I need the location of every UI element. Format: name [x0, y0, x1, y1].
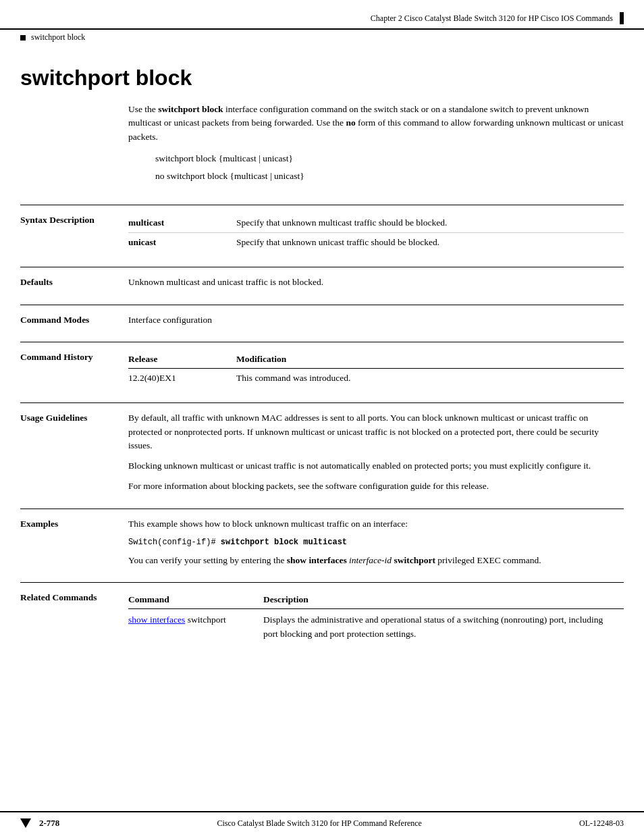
table-row: unicast Specify that unknown unicast tra… [128, 233, 624, 253]
related-cmd-rest: switchport [185, 615, 225, 625]
command-modes-label: Command Modes [20, 313, 128, 327]
desc-multicast: Specify that unknown multicast traffic s… [236, 213, 624, 233]
syntax-cmd2-text: no switchport block {multicast | unicast… [155, 171, 304, 181]
code-command: switchport block multicast [221, 538, 347, 547]
col-release-header: Release [128, 350, 236, 369]
verify-pre: You can verify your setting by entering … [128, 555, 287, 565]
breadcrumb-text: switchport block [31, 32, 85, 43]
history-header-row: Release Modification [128, 350, 624, 369]
examples-section: Examples This example shows how to block… [20, 509, 624, 576]
defaults-content: Unknown multicast and unicast traffic is… [128, 276, 624, 289]
desc-unicast: Specify that unknown unicast traffic sho… [236, 233, 624, 253]
syntax-cmd1: switchport block {multicast | unicast} [155, 153, 624, 164]
examples-intro: This example shows how to block unknown … [128, 517, 624, 531]
header-title: Chapter 2 Cisco Catalyst Blade Switch 31… [371, 14, 613, 24]
desc-intro: Use the [128, 104, 158, 114]
related-commands-content: Command Description show interfaces swit… [128, 591, 624, 645]
syntax-description-label: Syntax Description [20, 213, 128, 253]
description-paragraph: Use the switchport block interface confi… [128, 103, 624, 144]
table-row: 12.2(40)EX1 This command was introduced. [128, 369, 624, 388]
desc-bold-cmd: switchport block [158, 104, 223, 114]
syntax-description-section: Syntax Description multicast Specify tha… [20, 205, 624, 261]
examples-content: This example shows how to block unknown … [128, 517, 624, 568]
page-title: switchport block [0, 45, 644, 103]
syntax-cmd2: no switchport block {multicast | unicast… [155, 171, 624, 182]
defaults-label: Defaults [20, 276, 128, 289]
related-commands-section: Related Commands Command Description sho… [20, 582, 624, 653]
history-release: 12.2(40)EX1 [128, 369, 236, 388]
history-table: Release Modification 12.2(40)EX1 This co… [128, 350, 624, 388]
page-footer: 2-778 Cisco Catalyst Blade Switch 3120 f… [0, 811, 644, 834]
command-modes-content: Interface configuration [128, 313, 624, 327]
header-bar [620, 12, 624, 24]
related-header-row: Command Description [128, 591, 624, 609]
command-history-section: Command History Release Modification 12.… [20, 342, 624, 396]
history-mod: This command was introduced. [236, 369, 624, 388]
page-header: Chapter 2 Cisco Catalyst Blade Switch 31… [0, 0, 644, 30]
command-history-label: Command History [20, 350, 128, 388]
usage-guidelines-section: Usage Guidelines By default, all traffic… [20, 402, 624, 501]
usage-para-1: By default, all traffic with unknown MAC… [128, 411, 624, 452]
table-row: multicast Specify that unknown multicast… [128, 213, 624, 233]
footer-center-text: Cisco Catalyst Blade Switch 3120 for HP … [217, 818, 422, 829]
show-interfaces-link[interactable]: show interfaces [128, 615, 185, 625]
desc-bold-no: no [346, 118, 355, 128]
syntax-cmd1-text: switchport block {multicast | unicast} [155, 153, 293, 163]
examples-code: Switch(config-if)# switchport block mult… [128, 536, 624, 548]
footer-page-number: 2-778 [39, 818, 59, 829]
usage-guidelines-label: Usage Guidelines [20, 411, 128, 493]
col-cmd-header: Command [128, 591, 263, 609]
defaults-section: Defaults Unknown multicast and unicast t… [20, 267, 624, 297]
breadcrumb-bullet [20, 35, 26, 41]
verify-bold2: switchport [394, 555, 435, 565]
verify-bold1: show interfaces [287, 555, 347, 565]
usage-guidelines-content: By default, all traffic with unknown MAC… [128, 411, 624, 493]
col-mod-header: Modification [236, 350, 624, 369]
content-area: Use the switchport block interface confi… [0, 103, 644, 653]
examples-label: Examples [20, 517, 128, 568]
syntax-description-content: multicast Specify that unknown multicast… [128, 213, 624, 253]
related-commands-label: Related Commands [20, 591, 128, 645]
examples-verify: You can verify your setting by entering … [128, 554, 624, 567]
related-table: Command Description show interfaces swit… [128, 591, 624, 645]
footer-left: 2-778 [20, 818, 59, 829]
term-unicast: unicast [128, 233, 236, 253]
footer-doc-id: OL-12248-03 [579, 818, 624, 829]
table-row: show interfaces switchport Displays the … [128, 609, 624, 645]
command-history-content: Release Modification 12.2(40)EX1 This co… [128, 350, 624, 388]
related-cmd: show interfaces switchport [128, 609, 263, 645]
verify-italic: interface-id [349, 555, 392, 565]
footer-bookmark-icon [20, 818, 31, 828]
verify-end: privileged EXEC command. [437, 555, 541, 565]
usage-para-2: Blocking unknown multicast or unicast tr… [128, 459, 624, 473]
breadcrumb: switchport block [0, 30, 644, 45]
col-desc-header: Description [263, 591, 624, 609]
usage-para-3: For more information about blocking pack… [128, 479, 624, 493]
command-modes-section: Command Modes Interface configuration [20, 305, 624, 335]
related-desc: Displays the administrative and operatio… [263, 609, 624, 645]
term-multicast: multicast [128, 213, 236, 233]
code-prompt: Switch(config-if)# [128, 538, 221, 547]
syntax-table: multicast Specify that unknown multicast… [128, 213, 624, 253]
